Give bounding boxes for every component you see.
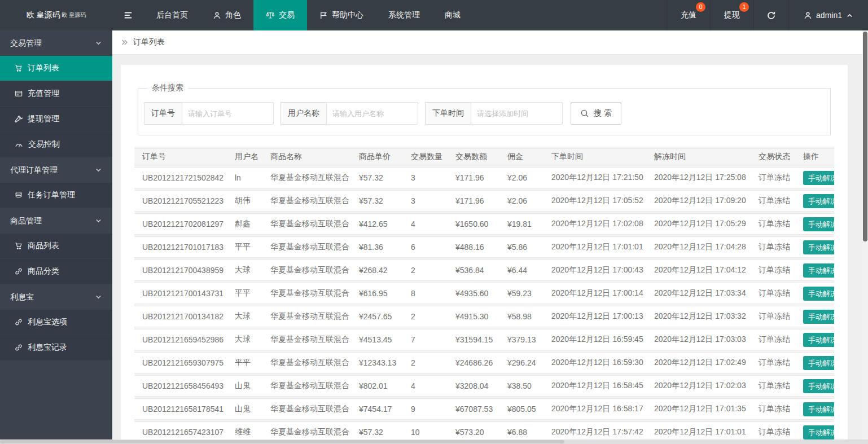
cell-action: 手动解冻 xyxy=(795,213,834,235)
horizontal-scrollbar-thumb[interactable] xyxy=(0,440,564,443)
nav-item-mall[interactable]: 商城 xyxy=(432,0,473,30)
sidebar-item-11[interactable]: 利息宝选项 xyxy=(0,310,112,335)
cell-status: 订单冻结 xyxy=(751,236,795,258)
sidebar-label: 任务订单管理 xyxy=(28,190,75,200)
cell-unit_price: ¥802.01 xyxy=(351,375,403,397)
gauge-icon xyxy=(15,140,23,149)
recharge-button[interactable]: 充值 0 xyxy=(667,0,710,30)
manual-unfreeze-button[interactable]: 手动解冻 xyxy=(803,425,834,439)
table-row: UB2012121705521223胡伟华夏基金移动互联混合¥57.323¥17… xyxy=(134,190,834,212)
cell-unfreeze_time: 2020年12月12日 17:04:28 xyxy=(646,236,751,258)
manual-unfreeze-button[interactable]: 手动解冻 xyxy=(803,379,834,393)
search-input-2[interactable] xyxy=(471,102,563,125)
cell-qty: 8 xyxy=(403,283,448,304)
search-button[interactable]: 搜 索 xyxy=(571,102,621,125)
orders-table: 订单号用户名商品名称商品单价交易数量交易数额佣金下单时间解冻时间交易状态操作 U… xyxy=(134,147,834,439)
nav-item-trade[interactable]: 交易 xyxy=(253,0,307,30)
search-input-0[interactable] xyxy=(182,102,274,125)
vertical-scrollbar-thumb[interactable] xyxy=(863,32,867,241)
nav-item-system[interactable]: 系统管理 xyxy=(376,0,432,30)
cell-product: 华夏基金移动互联混合 xyxy=(262,352,351,373)
cell-commission: ¥5.86 xyxy=(499,236,543,258)
cell-user: 胡伟 xyxy=(227,190,262,212)
cell-amount: ¥573.20 xyxy=(448,421,499,439)
cell-action: 手动解冻 xyxy=(795,283,834,304)
vertical-scrollbar[interactable] xyxy=(862,30,868,439)
sidebar-item-3[interactable]: 提现管理 xyxy=(0,107,112,132)
link-icon xyxy=(15,267,23,275)
cell-unfreeze_time: 2020年12月12日 17:02:03 xyxy=(646,375,751,397)
sidebar-label: 代理订单管理 xyxy=(10,165,58,175)
refresh-button[interactable] xyxy=(753,0,788,30)
topbar: 欧 皇源码欧 皇源码 后台首页角色交易帮助中心系统管理商城 充值 0 提现 1 … xyxy=(0,0,868,30)
cell-status: 订单冻结 xyxy=(751,329,795,350)
sidebar-item-4[interactable]: 交易控制 xyxy=(0,132,112,157)
cell-qty: 2 xyxy=(403,352,448,373)
sidebar-item-9[interactable]: 商品分类 xyxy=(0,259,112,284)
topbar-actions: 充值 0 提现 1 admin1 xyxy=(667,0,868,30)
manual-unfreeze-button[interactable]: 手动解冻 xyxy=(803,263,834,278)
manual-unfreeze-button[interactable]: 手动解冻 xyxy=(803,402,834,416)
withdraw-button[interactable]: 提现 1 xyxy=(710,0,753,30)
logo-title: 欧 皇源码 xyxy=(27,10,60,20)
cell-unfreeze_time: 2020年12月12日 17:03:03 xyxy=(646,329,751,350)
sidebar-item-6[interactable]: 任务订单管理 xyxy=(0,183,112,208)
manual-unfreeze-button[interactable]: 手动解冻 xyxy=(803,310,834,324)
main-content-card: 条件搜索 订单号用户名称下单时间 搜 索 订单号用户名商品名称商品单价交易数量交… xyxy=(121,65,848,439)
cell-user: 大球 xyxy=(227,260,262,281)
cell-order_no: UB2012121700134182 xyxy=(134,306,227,327)
cell-qty: 4 xyxy=(403,213,448,235)
cell-order_no: UB2012121657423107 xyxy=(134,421,227,439)
link-icon xyxy=(15,344,23,351)
cell-qty: 10 xyxy=(403,421,448,439)
horizontal-scrollbar[interactable] xyxy=(0,439,868,444)
table-row: UB2012121702081297郝鑫华夏基金移动互联混合¥412.654¥1… xyxy=(134,213,834,235)
cell-qty: 7 xyxy=(403,329,448,350)
nav-item-dashboard[interactable]: 后台首页 xyxy=(144,0,200,30)
chevron-down-icon xyxy=(95,217,102,225)
cell-unit_price: ¥4513.45 xyxy=(351,329,403,350)
sidebar-item-1[interactable]: 订单列表 xyxy=(0,56,112,81)
hamburger-menu-button[interactable] xyxy=(112,0,144,30)
cell-unit_price: ¥268.42 xyxy=(351,260,403,281)
sidebar-group-7[interactable]: 商品管理 xyxy=(0,208,112,234)
table-row: UB2012121721502842ln华夏基金移动互联混合¥57.323¥17… xyxy=(134,167,834,188)
cell-order_time: 2020年12月12日 17:00:43 xyxy=(543,260,646,281)
cell-commission: ¥38.50 xyxy=(499,375,543,397)
scales-icon xyxy=(266,11,275,20)
sidebar-item-12[interactable]: 利息宝记录 xyxy=(0,335,112,361)
user-menu[interactable]: admin1 xyxy=(788,0,868,30)
nav-item-help[interactable]: 帮助中心 xyxy=(307,0,376,30)
manual-unfreeze-button[interactable]: 手动解冻 xyxy=(803,217,834,231)
cell-product: 华夏基金移动互联混合 xyxy=(262,167,351,188)
cell-user: 平平 xyxy=(227,236,262,258)
sidebar-group-0[interactable]: 交易管理 xyxy=(0,30,112,56)
cell-order_time: 2020年12月12日 16:58:17 xyxy=(543,398,646,420)
manual-unfreeze-button[interactable]: 手动解冻 xyxy=(803,240,834,254)
manual-unfreeze-button[interactable]: 手动解冻 xyxy=(803,287,834,301)
sidebar-item-2[interactable]: 充值管理 xyxy=(0,81,112,107)
manual-unfreeze-button[interactable]: 手动解冻 xyxy=(803,194,834,208)
cell-user: 大球 xyxy=(227,329,262,350)
cell-amount: ¥1650.60 xyxy=(448,213,499,235)
breadcrumb: 订单列表 xyxy=(112,30,862,55)
cell-unfreeze_time: 2020年12月12日 17:03:34 xyxy=(646,283,751,304)
manual-unfreeze-button[interactable]: 手动解冻 xyxy=(803,356,834,370)
sidebar-group-10[interactable]: 利息宝 xyxy=(0,284,112,310)
cell-action: 手动解冻 xyxy=(795,236,834,258)
table-row: UB2012121659307975平平华夏基金移动互联混合¥12343.132… xyxy=(134,352,834,373)
cell-action: 手动解冻 xyxy=(795,398,834,420)
cell-action: 手动解冻 xyxy=(795,260,834,281)
column-header: 交易状态 xyxy=(751,148,795,165)
sidebar-item-8[interactable]: 商品列表 xyxy=(0,234,112,259)
manual-unfreeze-button[interactable]: 手动解冻 xyxy=(803,171,834,185)
search-input-1[interactable] xyxy=(326,102,418,125)
cell-unit_price: ¥412.65 xyxy=(351,213,403,235)
cell-order_time: 2020年12月12日 16:59:45 xyxy=(543,329,646,350)
cell-amount: ¥171.96 xyxy=(448,167,499,188)
manual-unfreeze-button[interactable]: 手动解冻 xyxy=(803,333,834,347)
nav-item-role[interactable]: 角色 xyxy=(200,0,253,30)
gavel-icon xyxy=(15,115,23,123)
sidebar-label: 交易控制 xyxy=(28,139,60,150)
sidebar-group-5[interactable]: 代理订单管理 xyxy=(0,157,112,183)
